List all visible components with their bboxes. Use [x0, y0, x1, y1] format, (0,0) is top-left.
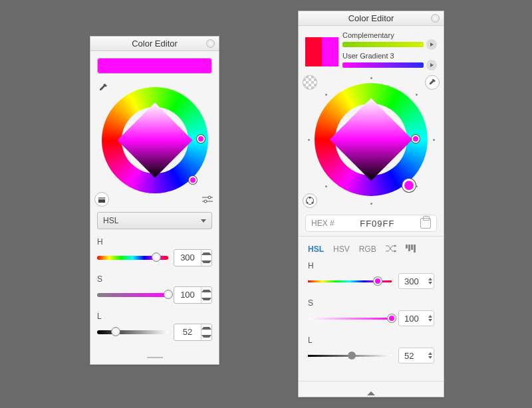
- color-model-label: HSL: [103, 216, 118, 225]
- s-label: S: [308, 298, 434, 308]
- panel-title: Color Editor: [132, 39, 178, 49]
- titlebar[interactable]: Color Editor: [90, 37, 219, 51]
- s-stepper[interactable]: 100: [174, 286, 212, 304]
- step-down-icon[interactable]: [201, 332, 211, 340]
- color-wheel[interactable]: [90, 80, 219, 207]
- current-color-swatch[interactable]: [97, 58, 212, 74]
- transparency-icon[interactable]: [303, 75, 317, 90]
- svg-rect-1: [98, 197, 105, 199]
- h-label: H: [97, 237, 212, 247]
- panel-title: Color Editor: [348, 13, 394, 23]
- l-label: L: [97, 312, 212, 321]
- color-pair-swatch[interactable]: [305, 37, 338, 66]
- color-wheel[interactable]: [299, 75, 444, 208]
- expand-arrow-icon[interactable]: [367, 391, 375, 395]
- tab-hsv[interactable]: HSV: [333, 245, 350, 255]
- panel-menu-dot[interactable]: [431, 14, 440, 23]
- hue-marker[interactable]: [189, 176, 197, 184]
- s-slider[interactable]: [97, 293, 168, 297]
- harmony-icon[interactable]: [303, 193, 317, 208]
- hex-value-input[interactable]: FF09FF: [340, 219, 415, 229]
- gradient-bar-1[interactable]: [342, 42, 424, 47]
- h-stepper[interactable]: 300: [174, 249, 212, 266]
- panel-menu-dot[interactable]: [206, 39, 215, 48]
- clipboard-icon[interactable]: [420, 218, 431, 229]
- eyedropper-icon[interactable]: [96, 80, 110, 95]
- h-slider[interactable]: [97, 256, 168, 260]
- h-stepper[interactable]: 300: [398, 273, 434, 289]
- sliders-toggle-icon[interactable]: [200, 192, 215, 207]
- sv-marker[interactable]: [197, 135, 205, 143]
- sv-marker[interactable]: [412, 135, 420, 143]
- eyedropper-icon[interactable]: [425, 75, 440, 90]
- resize-grip[interactable]: [90, 354, 219, 361]
- svg-point-9: [312, 202, 314, 204]
- shuffle-icon[interactable]: [386, 245, 396, 255]
- h-slider[interactable]: [308, 280, 392, 282]
- chevron-down-icon: [201, 219, 206, 223]
- step-up-icon[interactable]: [201, 250, 211, 258]
- svg-rect-0: [98, 199, 105, 203]
- tab-rgb[interactable]: RGB: [359, 245, 376, 255]
- l-stepper[interactable]: 52: [398, 348, 434, 363]
- l-stepper[interactable]: 52: [174, 324, 212, 341]
- color-model-select[interactable]: HSL: [97, 212, 212, 229]
- palette-button[interactable]: [94, 192, 109, 207]
- s-stepper[interactable]: 100: [398, 310, 434, 326]
- levels-icon[interactable]: [406, 245, 416, 253]
- step-down-icon[interactable]: [201, 295, 211, 303]
- l-slider[interactable]: [97, 330, 168, 334]
- s-label: S: [97, 274, 212, 284]
- step-up-icon[interactable]: [201, 287, 211, 295]
- l-label: L: [308, 336, 434, 345]
- gradient-go-1[interactable]: [426, 39, 437, 50]
- step-up-icon[interactable]: [201, 324, 211, 332]
- svg-point-5: [204, 200, 207, 203]
- hue-marker[interactable]: [402, 179, 416, 192]
- color-editor-panel-left: Color Editor HSL H 300: [90, 36, 219, 365]
- h-label: H: [308, 261, 434, 270]
- gradient-go-2[interactable]: [426, 60, 437, 70]
- gradient-label-1: Complementary: [342, 31, 437, 39]
- tab-hsl[interactable]: HSL: [308, 245, 324, 255]
- s-slider[interactable]: [308, 318, 392, 320]
- hex-label: HEX #: [311, 219, 334, 228]
- svg-point-7: [309, 197, 311, 199]
- gradient-bar-2[interactable]: [342, 62, 424, 68]
- gradient-label-2: User Gradient 3: [342, 52, 437, 60]
- l-slider[interactable]: [308, 355, 392, 357]
- svg-point-8: [307, 202, 309, 204]
- step-down-icon[interactable]: [201, 258, 211, 266]
- svg-point-3: [208, 196, 211, 199]
- titlebar[interactable]: Color Editor: [299, 11, 444, 26]
- color-editor-panel-right: Color Editor Complementary User Gradient…: [298, 11, 444, 397]
